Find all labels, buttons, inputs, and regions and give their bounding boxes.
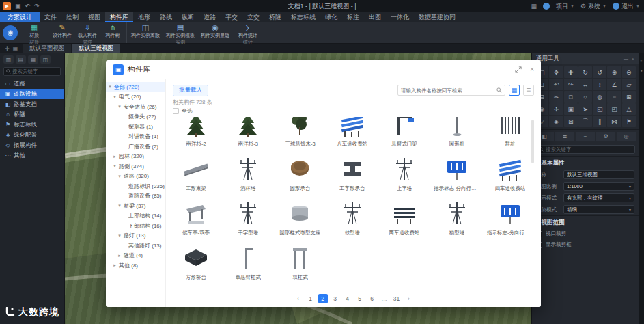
sidebar-item-3[interactable]: ∩桥隧 — [0, 109, 64, 120]
view-tab-0[interactable]: 默认平面视图 — [23, 44, 71, 53]
scheme-design-button[interactable]: 方案设计 — [0, 12, 40, 22]
ribbon-tab-9[interactable]: 立交 — [242, 12, 264, 22]
tree-caret-icon[interactable]: ▾ — [117, 104, 122, 109]
category-tree-item-17[interactable]: ▸隧道 (4) — [106, 251, 165, 261]
ribbon-tab-5[interactable]: 路线 — [155, 12, 177, 22]
category-tree-item-3[interactable]: 摄像头 (22) — [106, 112, 165, 122]
pagination-page-4[interactable]: 4 — [343, 294, 352, 303]
settings-tab-icon[interactable]: ⚙ — [596, 132, 615, 141]
sidebar-item-4[interactable]: ⚑标志标线 — [0, 120, 64, 130]
ribbon-tab-15[interactable]: 一体化 — [386, 12, 414, 22]
component-tree-button[interactable]: ⋔构件树 — [103, 23, 122, 39]
component-card-20[interactable]: 指示标志-分向行驶车道 — [486, 196, 534, 237]
pagination-page-3[interactable]: 3 — [331, 294, 340, 303]
component-card-15[interactable]: 干字型塔 — [225, 196, 271, 237]
category-tree-item-11[interactable]: 道路设备 (85) — [106, 191, 165, 202]
component-stats-button[interactable]: ∑构件统计 — [238, 23, 257, 39]
ribbon-tab-0[interactable]: 文件 — [40, 12, 61, 22]
component-card-8[interactable]: 酒杯塔 — [225, 152, 271, 193]
component-card-11[interactable]: 上字塔 — [381, 152, 428, 193]
component-search-input[interactable] — [401, 87, 494, 94]
component-card-9[interactable]: 圆形承台 — [277, 152, 323, 193]
pagination-prev[interactable]: ‹ — [294, 294, 303, 303]
tree-caret-icon[interactable]: ▾ — [117, 203, 122, 208]
layout-icon[interactable]: ▦ — [13, 46, 18, 52]
undo-icon[interactable]: ↶ — [25, 3, 31, 10]
component-card-17[interactable]: 鼓型塔 — [329, 196, 376, 237]
zoom-in-tool[interactable]: ⊕ — [607, 66, 621, 78]
sphere-tool[interactable]: ○ — [578, 91, 592, 103]
ribbon-tab-13[interactable]: 标注 — [342, 12, 364, 22]
sidebar-item-2[interactable]: ◧路基支挡 — [0, 99, 64, 109]
crop-tool[interactable]: ◱ — [593, 103, 606, 115]
orbit-tool[interactable]: ↺ — [593, 66, 606, 78]
merge-tool[interactable]: ⋈ — [607, 116, 621, 127]
design-component-button[interactable]: ✎设计构件 — [53, 23, 72, 39]
layers-tool[interactable]: ≡ — [607, 91, 621, 103]
category-tree-item-16[interactable]: 其他路灯 (13) — [106, 241, 165, 251]
material-button[interactable]: ▦材质 — [25, 23, 44, 39]
category-tree-item-12[interactable]: ▾桥梁 (37) — [106, 201, 165, 211]
component-card-5[interactable]: 圆形桩 — [433, 117, 481, 148]
component-card-7[interactable]: 工形束梁 — [173, 152, 219, 193]
pagination-page-31[interactable]: 31 — [392, 294, 402, 303]
ribbon-tab-12[interactable]: 绿化 — [320, 12, 342, 22]
ribbon-tab-3[interactable]: 构件库 — [105, 12, 133, 22]
tree-caret-icon[interactable]: ▾ — [117, 174, 122, 179]
ribbon-tab-16[interactable]: 数据基建协同 — [414, 12, 460, 22]
close-icon[interactable]: × — [632, 57, 634, 62]
app-logo[interactable]: ▶ — [3, 2, 11, 10]
load-component-button[interactable]: ⇩载入构件 — [78, 23, 97, 39]
measure-angle-tool[interactable]: ∠ — [607, 79, 621, 90]
component-card-22[interactable]: 单悬臂柱式 — [225, 241, 271, 282]
ribbon-tab-1[interactable]: 绘制 — [61, 12, 83, 22]
ribbon-tab-2[interactable]: 视图 — [83, 12, 105, 22]
component-card-21[interactable]: 方形桥台 — [173, 241, 219, 282]
panel-layout-icon[interactable]: ▥ — [3, 55, 14, 64]
dot-icon[interactable]: ● — [640, 68, 642, 72]
cylinder-tool[interactable]: ◍ — [593, 91, 606, 103]
material-tool[interactable]: ◈ — [549, 116, 563, 127]
camera-tool[interactable]: ▣ — [564, 103, 578, 115]
properties-search-input[interactable] — [546, 146, 632, 152]
tree-caret-icon[interactable]: ▾ — [117, 233, 122, 239]
box-tool[interactable]: □ — [564, 91, 578, 103]
pagination-page-5[interactable]: 5 — [355, 294, 365, 303]
viewport-tool[interactable]: ◰ — [607, 103, 621, 115]
tree-caret-icon[interactable]: ▸ — [112, 154, 117, 159]
component-card-10[interactable]: 工字形承台 — [329, 152, 376, 193]
view-back-tool[interactable]: ↶ — [549, 79, 563, 90]
instance-explode-button[interactable]: ◫构件实例离散 — [131, 23, 160, 39]
category-tree-item-14[interactable]: 下部结构 (16) — [106, 221, 165, 231]
list-tab-icon[interactable]: ≣ — [555, 132, 574, 141]
tree-caret-icon[interactable]: ▾ — [112, 163, 117, 169]
ribbon-tab-6[interactable]: 纵断 — [177, 12, 199, 22]
arc-tool[interactable]: ⌒ — [578, 116, 592, 127]
select-field-2[interactable]: 有光照，有纹理▾ — [563, 193, 634, 202]
measure-height-tool[interactable]: ↕ — [593, 79, 606, 90]
component-card-14[interactable]: 候车亭-双亭 — [173, 196, 219, 237]
sidebar-item-7[interactable]: ⋯其他 — [0, 150, 64, 161]
expand-icon[interactable] — [515, 66, 522, 73]
component-card-16[interactable]: 圆形柱式墩型支座 — [277, 196, 323, 237]
category-tree-item-6[interactable]: 广播设备 (2) — [106, 141, 165, 152]
component-card-13[interactable]: 四车道收费站 — [486, 152, 534, 193]
select-all-checkbox[interactable] — [173, 108, 179, 114]
collapse-icon[interactable]: — — [624, 57, 628, 62]
tree-caret-icon[interactable]: ▸ — [117, 253, 122, 258]
pagination-next[interactable]: › — [404, 294, 414, 303]
sidebar-item-5[interactable]: ♣绿化配景 — [0, 130, 64, 140]
sidebar-item-6[interactable]: ◇拓展构件 — [0, 140, 64, 150]
category-tree-item-8[interactable]: ▾路侧 (374) — [106, 161, 165, 172]
ribbon-tab-4[interactable]: 地形 — [133, 12, 155, 22]
component-card-19[interactable]: 猫型塔 — [433, 196, 481, 237]
project-menu[interactable]: 项目 ▼ — [556, 2, 574, 11]
move-tool[interactable]: ✚ — [564, 66, 578, 78]
axis-tool[interactable]: ✢ — [549, 103, 563, 115]
category-tree-item-0[interactable]: ▾全部 (728) — [106, 82, 165, 92]
ribbon-tab-8[interactable]: 平交 — [221, 12, 242, 22]
category-tree-item-10[interactable]: 道路标识 (235) — [106, 181, 165, 191]
search-icon[interactable] — [496, 87, 502, 93]
tree-caret-icon[interactable]: ▸ — [112, 262, 117, 268]
avatar[interactable] — [543, 3, 550, 10]
